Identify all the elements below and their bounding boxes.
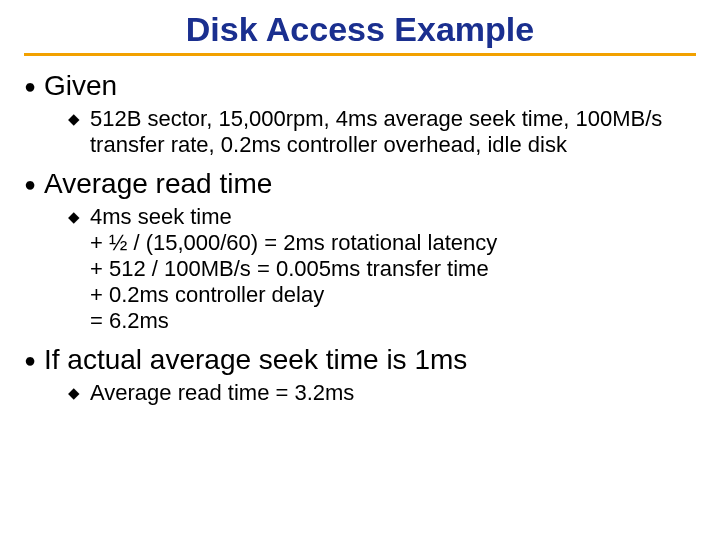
bullet-text: If actual average seek time is 1ms [44, 344, 696, 376]
disc-bullet-icon: ● [24, 168, 44, 200]
bullet-text: Given [44, 70, 696, 102]
bullet-level1: ● Given [24, 70, 696, 102]
diamond-bullet-icon: ◆ [68, 380, 90, 406]
disc-bullet-icon: ● [24, 70, 44, 102]
bullet-level2: ◆ 4ms seek time + ½ / (15,000/60) = 2ms … [68, 204, 696, 334]
bullet-level1: ● Average read time [24, 168, 696, 200]
diamond-bullet-icon: ◆ [68, 106, 90, 132]
bullet-level2: ◆ Average read time = 3.2ms [68, 380, 696, 406]
disc-bullet-icon: ● [24, 344, 44, 376]
bullet-text: Average read time [44, 168, 696, 200]
bullet-text: 4ms seek time + ½ / (15,000/60) = 2ms ro… [90, 204, 696, 334]
slide: Disk Access Example ● Given ◆ 512B secto… [0, 0, 720, 540]
diamond-bullet-icon: ◆ [68, 204, 90, 230]
bullet-level2: ◆ 512B sector, 15,000rpm, 4ms average se… [68, 106, 696, 158]
slide-title: Disk Access Example [24, 10, 696, 49]
bullet-text: Average read time = 3.2ms [90, 380, 696, 406]
bullet-text: 512B sector, 15,000rpm, 4ms average seek… [90, 106, 696, 158]
title-rule [24, 53, 696, 56]
bullet-level1: ● If actual average seek time is 1ms [24, 344, 696, 376]
